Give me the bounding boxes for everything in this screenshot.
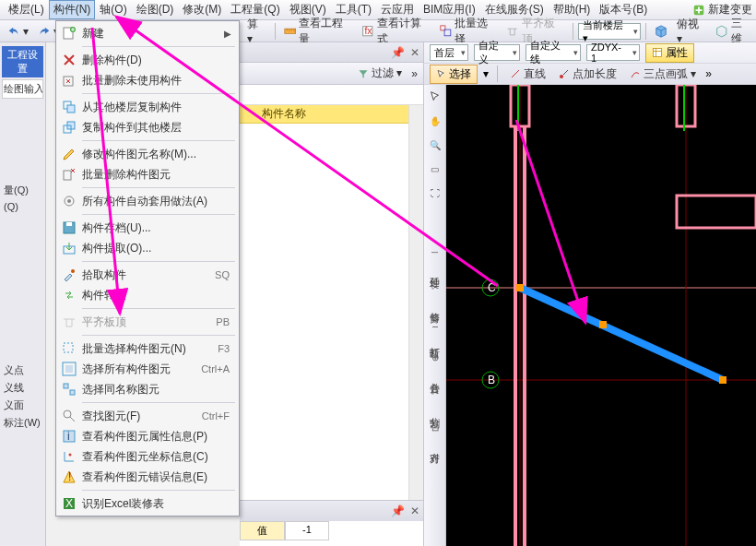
cm-rename[interactable]: 修改构件图元名称(M)... — [58, 144, 237, 164]
pin-icon[interactable]: 📌 — [391, 46, 405, 59]
vt-zoom[interactable]: 🔍 — [427, 136, 443, 153]
svg-text:C: C — [488, 281, 496, 294]
cm-batch-sel[interactable]: 批量选择构件图元(N)F3 — [58, 338, 237, 359]
plus-icon — [692, 4, 705, 17]
level-icon — [506, 25, 518, 38]
gear-icon — [62, 194, 77, 208]
cm-copy-to[interactable]: 复制构件到其他楼层 — [58, 117, 237, 137]
convert-icon — [62, 288, 77, 303]
menu-axis[interactable]: 轴(O) — [95, 0, 131, 19]
property-panel: 📌✕ 值 -1 — [240, 500, 423, 546]
vt-rect[interactable]: ▭ — [427, 160, 443, 177]
svg-text:fx: fx — [365, 26, 372, 36]
current-floor-dropdown[interactable]: 当前楼层 ▾ — [578, 23, 641, 40]
toolbar2-more[interactable]: » — [705, 67, 712, 80]
cm-extract[interactable]: 构件提取(O)... — [58, 238, 237, 258]
svg-point-15 — [67, 199, 71, 203]
cm-batch-delete[interactable]: 批量删除未使用构件 — [58, 70, 237, 90]
left-header[interactable]: 工程设置 — [2, 46, 43, 77]
extract-icon — [62, 241, 77, 255]
vertical-toolbar: ✋ 🔍 ▭ ⛶ ─ 延伸 ✂ 修剪 ⎯ 打断 ⊕ 合并 ✂ 分割 ⊟ 对齐 — [424, 85, 446, 546]
menu-component[interactable]: 构件(N) — [49, 0, 96, 19]
svg-rect-10 — [67, 105, 75, 113]
warning-icon: ! — [62, 469, 77, 484]
svg-text:X: X — [65, 497, 73, 510]
formula-icon: fx — [361, 25, 374, 38]
cm-excel[interactable]: X识别Excel装修表 — [58, 493, 237, 514]
cm-auto-apply[interactable]: 所有构件自动套用做法(A) — [58, 191, 237, 211]
close-icon-2[interactable]: ✕ — [410, 504, 419, 517]
property-button[interactable]: 属性 — [645, 43, 694, 63]
left-row-face[interactable]: 义面 — [2, 397, 43, 414]
menu-draw[interactable]: 绘图(D) — [132, 0, 179, 19]
customline-dropdown[interactable]: 自定义线 — [526, 44, 581, 61]
prop-tab-2[interactable]: -1 — [285, 521, 329, 540]
floor-dropdown[interactable]: 首层 — [430, 44, 468, 61]
left-row-point[interactable]: 义点 — [2, 362, 43, 379]
zdyx-dropdown[interactable]: ZDYX-1 — [586, 44, 640, 61]
select-all-icon — [62, 362, 77, 376]
save-icon — [62, 220, 77, 235]
left-row-q1[interactable]: 量(Q) — [2, 182, 43, 199]
left-row-q2[interactable]: (Q) — [2, 199, 43, 214]
column-header-name[interactable]: 构件名称 — [240, 105, 423, 124]
toolbar-extra[interactable]: » — [411, 67, 418, 80]
cube-icon-btn[interactable] — [651, 24, 671, 39]
svg-point-25 — [64, 410, 71, 418]
point-length-button[interactable]: 点加长度 — [555, 65, 620, 83]
prop-tab-value[interactable]: 值 — [240, 521, 285, 540]
copy-up-icon — [62, 120, 77, 135]
cm-prop[interactable]: i查看构件图元属性信息(P) — [58, 426, 237, 446]
cm-new[interactable]: 新建▶ — [58, 23, 237, 43]
svg-text:!: ! — [68, 470, 71, 483]
undo-button[interactable]: ▾ — [4, 24, 32, 39]
menu-version[interactable]: 版本号(B) — [595, 0, 652, 19]
select-tool-button[interactable]: 选择 — [430, 65, 478, 84]
left-row-draw-input[interactable]: 绘图输入 — [2, 79, 43, 99]
cm-sel-same[interactable]: 选择同名称图元 — [58, 379, 237, 399]
svg-point-19 — [71, 269, 75, 273]
svg-rect-32 — [654, 49, 662, 57]
svg-rect-13 — [64, 171, 71, 180]
component-dropdown-menu: 新建▶ 删除构件(D) 批量删除未使用构件 从其他楼层复制构件 复制构件到其他楼… — [55, 20, 240, 516]
filter-button[interactable]: 过滤 ▾ — [354, 65, 406, 82]
close-icon[interactable]: ✕ — [410, 46, 419, 59]
cm-copy-from[interactable]: 从其他楼层复制构件 — [58, 97, 237, 117]
cm-error[interactable]: !查看构件图元错误信息(E) — [58, 467, 237, 487]
line-tool-button[interactable]: 直线 — [506, 65, 549, 83]
arc-tool-button[interactable]: 三点画弧 ▾ — [626, 65, 700, 83]
cm-delete[interactable]: 删除构件(D) — [58, 50, 237, 70]
info-icon: i — [62, 429, 77, 444]
vt-pan[interactable]: ✋ — [427, 113, 443, 129]
vt-cursor[interactable] — [427, 89, 443, 105]
drawing-canvas[interactable]: B C — [446, 85, 756, 546]
vt-sep: ─ — [427, 243, 443, 260]
menu-modify[interactable]: 修改(M) — [178, 0, 226, 19]
svg-point-28 — [69, 454, 72, 457]
svg-rect-23 — [64, 384, 68, 388]
menu-floor[interactable]: 楼层(L) — [4, 0, 49, 19]
svg-rect-47 — [599, 321, 607, 328]
component-tree[interactable] — [240, 162, 423, 500]
coord-icon — [62, 449, 77, 464]
left-row-line[interactable]: 义线 — [2, 379, 43, 397]
left-row-annot[interactable]: 标注(W) — [2, 414, 43, 432]
custom-dropdown[interactable]: 自定义 — [474, 44, 520, 61]
cm-save[interactable]: 构件存档(U)... — [58, 218, 237, 238]
pin-icon-2[interactable]: 📌 — [391, 504, 405, 517]
cm-find[interactable]: 查找图元(F)Ctrl+F — [58, 406, 237, 426]
cm-level: 平齐板顶PB — [58, 312, 237, 332]
vt-fit[interactable]: ⛶ — [427, 184, 443, 201]
eyedropper-icon — [62, 267, 77, 282]
cm-sel-all[interactable]: 选择所有构件图元Ctrl+A — [58, 359, 237, 379]
cm-pick[interactable]: 拾取构件SQ — [58, 265, 237, 285]
cm-coord[interactable]: 查看构件图元坐标信息(C) — [58, 446, 237, 467]
cm-convert[interactable]: 构件转换 — [58, 285, 237, 305]
cm-batch-del-el[interactable]: 批量删除构件图元 — [58, 164, 237, 184]
drawing-area: 首层 自定义 自定义线 ZDYX-1 属性 选择 ▾ 直线 点加长度 三点画弧 … — [424, 42, 756, 546]
svg-point-33 — [560, 75, 563, 78]
canvas-toolbar-2: 选择 ▾ 直线 点加长度 三点画弧 ▾ » — [424, 64, 756, 85]
svg-rect-40 — [677, 196, 756, 228]
svg-rect-20 — [64, 343, 73, 352]
scrollbar-vertical[interactable] — [408, 105, 423, 500]
